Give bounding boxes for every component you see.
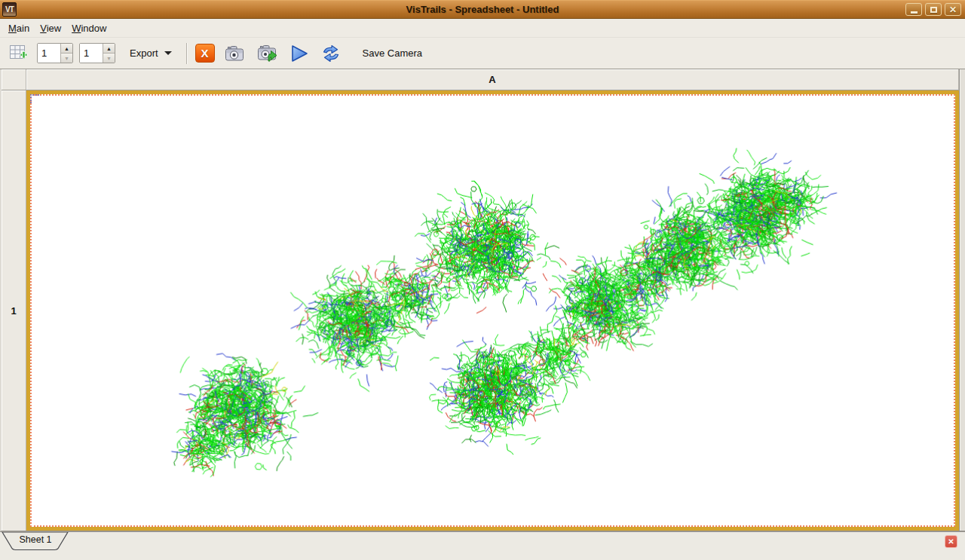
sheet-grid-add-button[interactable]	[6, 41, 31, 66]
tab-sheet-1-label: Sheet 1	[2, 534, 69, 545]
camera-all-cells-icon	[257, 44, 277, 62]
close-button[interactable]: ✕	[945, 3, 961, 16]
sheet-grid-add-icon	[8, 43, 29, 63]
column-count-arrows: ▲ ▼	[103, 44, 115, 63]
clear-cell-button[interactable]: X	[195, 44, 215, 63]
menu-view[interactable]: View	[35, 20, 66, 36]
corner-header-cell[interactable]	[2, 69, 26, 90]
minimize-button[interactable]	[905, 3, 922, 16]
row-count-down-icon[interactable]: ▼	[61, 54, 72, 63]
sheet-right-edge	[959, 69, 965, 531]
chevron-down-icon	[164, 51, 172, 55]
vistrails-logo-icon: VT	[2, 2, 17, 17]
app-window: VT VisTrails - Spreadsheet - Untitled ✕ …	[0, 0, 965, 560]
row-count-spinner: ▲ ▼	[37, 43, 73, 63]
row-count-arrows: ▲ ▼	[60, 44, 72, 63]
sheet-tab-bar: Sheet 1 ✕	[0, 531, 965, 551]
column-count-up-icon[interactable]: ▲	[103, 44, 115, 54]
minimize-icon	[911, 11, 918, 14]
status-bar	[0, 551, 965, 560]
refresh-button[interactable]	[319, 42, 343, 65]
menu-window-rest: indow	[81, 23, 106, 34]
menu-window-accel: W	[72, 23, 81, 34]
toolbar-separator	[186, 43, 188, 64]
spreadsheet-area: A 1	[0, 69, 965, 531]
menu-bar: Main View Window	[0, 19, 965, 38]
menu-main-accel: M	[8, 23, 17, 34]
toolbar: ▲ ▼ ▲ ▼ Export X	[0, 38, 965, 69]
maximize-icon	[930, 7, 937, 13]
menu-view-accel: V	[40, 23, 46, 34]
tab-close-button[interactable]: ✕	[945, 535, 957, 548]
molecule-visualization[interactable]	[30, 94, 955, 527]
export-label: Export	[130, 47, 158, 59]
export-button[interactable]: Export	[123, 44, 179, 63]
execute-button[interactable]	[287, 41, 311, 66]
capture-all-cells-button[interactable]	[255, 42, 280, 64]
column-count-down-icon[interactable]: ▼	[103, 54, 115, 63]
close-icon: ✕	[949, 5, 957, 14]
play-icon	[290, 44, 309, 63]
column-count-spinner: ▲ ▼	[79, 43, 115, 63]
column-header-a[interactable]: A	[26, 69, 959, 90]
menu-window[interactable]: Window	[66, 20, 112, 36]
menu-view-rest: iew	[47, 23, 62, 34]
refresh-icon	[321, 44, 341, 63]
cell-a1[interactable]	[26, 90, 959, 531]
window-controls: ✕	[905, 3, 961, 16]
menu-main-rest: ain	[17, 23, 29, 34]
capture-cell-button[interactable]	[222, 43, 247, 64]
save-camera-button[interactable]: Save Camera	[355, 44, 430, 63]
window-title: VisTrails - Spreadsheet - Untitled	[0, 4, 965, 15]
tab-sheet-1[interactable]: Sheet 1	[2, 532, 69, 551]
column-count-input[interactable]	[80, 44, 103, 63]
row-count-up-icon[interactable]: ▲	[61, 44, 72, 54]
maximize-button[interactable]	[925, 3, 942, 16]
row-count-input[interactable]	[38, 44, 60, 63]
menu-main[interactable]: Main	[3, 20, 35, 36]
row-header-1[interactable]: 1	[2, 90, 26, 531]
title-bar: VT VisTrails - Spreadsheet - Untitled ✕	[0, 0, 965, 19]
camera-cell-icon	[225, 45, 245, 62]
